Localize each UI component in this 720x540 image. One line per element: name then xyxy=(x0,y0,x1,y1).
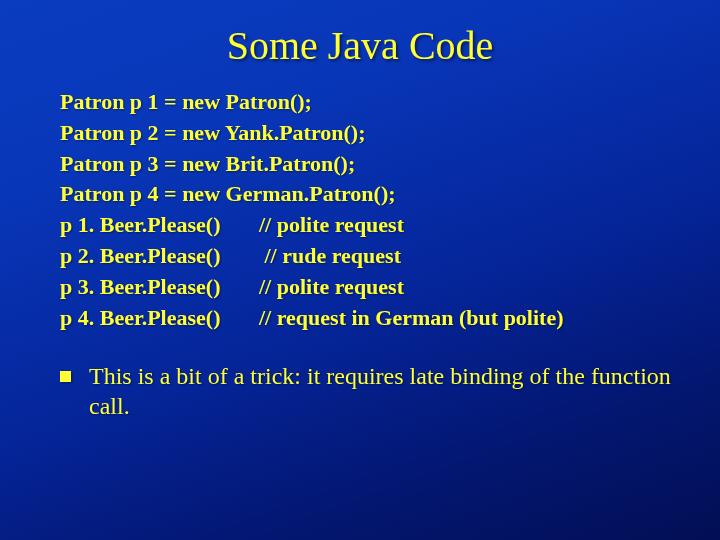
code-line: p 3. Beer.Please() // polite request xyxy=(60,272,678,303)
code-line: p 1. Beer.Please() // polite request xyxy=(60,210,678,241)
slide-body: Patron p 1 = new Patron(); Patron p 2 = … xyxy=(0,87,720,421)
slide: Some Java Code Patron p 1 = new Patron()… xyxy=(0,0,720,540)
code-line: Patron p 1 = new Patron(); xyxy=(60,87,678,118)
code-line: Patron p 4 = new German.Patron(); xyxy=(60,179,678,210)
code-block: Patron p 1 = new Patron(); Patron p 2 = … xyxy=(60,87,678,333)
bullet-text: This is a bit of a trick: it requires la… xyxy=(89,361,678,421)
code-line: p 2. Beer.Please() // rude request xyxy=(60,241,678,272)
bullet-item: This is a bit of a trick: it requires la… xyxy=(60,361,678,421)
code-line: p 4. Beer.Please() // request in German … xyxy=(60,303,678,334)
square-bullet-icon xyxy=(60,371,71,382)
slide-title: Some Java Code xyxy=(0,0,720,87)
code-line: Patron p 2 = new Yank.Patron(); xyxy=(60,118,678,149)
code-line: Patron p 3 = new Brit.Patron(); xyxy=(60,149,678,180)
